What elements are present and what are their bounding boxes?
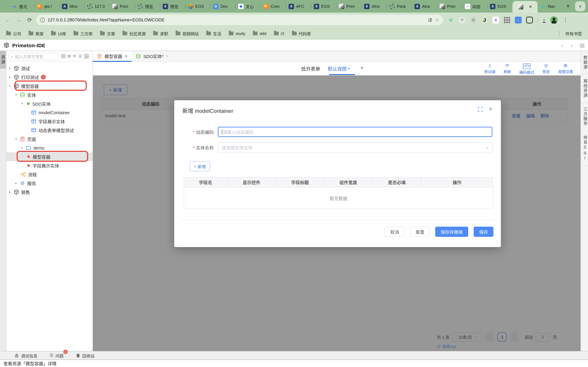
browser-tab-active[interactable]: ✕ [512, 1, 538, 13]
browser-tab[interactable]: DDev [210, 0, 235, 13]
tree-item-sdo-entity[interactable]: ▾ SDO实体 [7, 99, 93, 108]
bookmark-folder[interactable]: 文章 [100, 31, 115, 36]
tree-item-sales[interactable]: ▸ 销售 [7, 188, 93, 196]
tree-item-pages[interactable]: ▾ 页面 [7, 134, 93, 143]
tree-item-test[interactable]: ▸ 测试 [7, 64, 93, 73]
view-settings-button[interactable]: ⊞视图设置 [558, 63, 573, 75]
recycle-bin-button[interactable]: 回收站 [76, 352, 95, 358]
tree-item-model-container-page[interactable]: 模型容器 [7, 152, 93, 161]
tree-item-dynamic-form-model-test[interactable]: 动态表单模型测试 [7, 126, 93, 134]
extensions-puzzle-icon[interactable] [526, 17, 533, 23]
vue-devtools-extension-icon[interactable]: V [448, 17, 454, 23]
bookmark-folder[interactable]: r2 [274, 31, 284, 36]
browser-tab[interactable]: Prim [437, 0, 462, 13]
browser-tab[interactable]: X预览 [160, 0, 185, 13]
chevron-down-icon[interactable]: ▾ [21, 102, 26, 105]
bookmark-folder[interactable]: UI库 [51, 31, 66, 36]
entity-name-select[interactable]: 请选择实体名称∨ [218, 142, 492, 153]
bookmark-folder[interactable]: 三方库 [73, 31, 93, 36]
download-extension-icon[interactable]: ↓ [515, 17, 522, 23]
tree-item-print-test[interactable]: ▸ 打印测试 ! [7, 73, 93, 82]
bookmark-folder[interactable]: 求职 [153, 31, 168, 36]
tab-search-chevron[interactable]: ∨ [575, 1, 585, 11]
tree-item-demo-folder[interactable]: ▸ demo [7, 143, 93, 152]
browser-tab[interactable]: XAfce [59, 0, 84, 13]
add-field-button[interactable]: + 新增 [190, 161, 210, 171]
close-tab-icon[interactable]: ✕ [529, 4, 532, 9]
browser-tab[interactable]: ∴动态 [462, 0, 487, 13]
browser-tab[interactable]: Prim [110, 0, 135, 13]
bookmark-folder[interactable]: 代码库 [292, 31, 311, 36]
browser-tab[interactable]: x预览 [135, 0, 160, 13]
browser-tab[interactable]: xPack [387, 0, 412, 13]
tree-item-modelcontainer-entity[interactable]: modelContainer [7, 108, 93, 117]
forward-icon[interactable]: → [14, 17, 23, 23]
browser-tab[interactable]: XAFC [286, 0, 311, 13]
save-layout-icon[interactable]: ▤ [580, 42, 585, 48]
chevron-right-icon[interactable]: ▸ [9, 190, 14, 194]
search-input[interactable]: ⌕ 输入关键字搜索 [9, 52, 59, 60]
bookmark-folder[interactable]: 生活 [206, 31, 221, 36]
bookmark-folder[interactable]: ddd [253, 31, 267, 36]
history-back-icon[interactable]: ‹ [562, 42, 563, 48]
browser-tab[interactable]: XEOS [487, 0, 512, 13]
activity-tab-resources[interactable]: 资源 [0, 51, 6, 69]
chevron-right-icon[interactable]: ▸ [9, 67, 14, 70]
bookmark-folder[interactable]: 框架 [29, 31, 43, 36]
add-view-button[interactable]: + [360, 65, 363, 71]
close-editor-tab-icon[interactable]: ✕ [125, 54, 128, 58]
new-tab-button[interactable]: + [566, 3, 570, 10]
view-tab-default[interactable]: 默认视图▾ [328, 65, 350, 72]
code-mode-button[interactable]: </>编码模式 [519, 63, 534, 75]
chevron-down-icon[interactable]: ▾ [15, 93, 20, 97]
browser-tab[interactable]: ∞普元 [9, 0, 34, 13]
cancel-button[interactable]: 取消 [385, 227, 405, 237]
tree-item-field-display-page[interactable]: 字段展示实体 [7, 161, 93, 170]
address-bar[interactable]: i 127.0.0.1:28079/ide/index.html?appName… [36, 15, 443, 25]
react-devtools-extension-icon[interactable]: ✳ [459, 17, 466, 23]
browser-tab[interactable]: XAfce [361, 0, 387, 13]
debug-info-button[interactable]: 调试信息 [14, 352, 37, 358]
history-forward-icon[interactable]: › [571, 42, 572, 48]
refresh-button[interactable]: ⟳刷新 [504, 63, 511, 75]
chevron-right-icon[interactable]: ▸ [21, 146, 26, 150]
close-dialog-icon[interactable]: ✕ [488, 106, 493, 112]
translate-icon[interactable]: 译 [428, 17, 432, 23]
problems-button[interactable]: ☰ 问题 1 [50, 352, 64, 358]
chevron-down-icon[interactable]: ▾ [15, 137, 20, 141]
tree-item-model-container[interactable]: ▾ 模型容器 [7, 82, 93, 90]
browser-tab[interactable]: Prim [336, 0, 361, 13]
tree-item-services[interactable]: ▸ ⚙ 服务 [7, 179, 93, 188]
browser-tab[interactable]: pts / [34, 0, 59, 13]
new-resource-icon[interactable]: ⊞ [68, 54, 71, 58]
collapse-all-icon[interactable]: ☰ [79, 54, 82, 58]
editor-tab-sdo-entity[interactable]: SDO实体* ✕ [132, 51, 173, 61]
save-button[interactable]: 保存 [474, 227, 493, 237]
browser-tab[interactable]: Com [261, 0, 286, 13]
bookmark-star-icon[interactable]: ☆ [435, 17, 439, 22]
downloads-icon[interactable]: ↓ [543, 17, 545, 23]
bookmark-folder[interactable]: study [229, 31, 245, 36]
browser-tab[interactable]: ◈文心 [235, 0, 261, 13]
tree-item-entity[interactable]: ▾ 实体 [7, 90, 93, 99]
close-editor-tab-icon[interactable]: ✕ [166, 54, 169, 58]
chevron-right-icon[interactable]: ▸ [9, 75, 14, 79]
datasource-tab[interactable]: 数据源 [581, 51, 588, 75]
chevron-right-icon[interactable]: ▸ [15, 182, 20, 185]
bookmark-folder[interactable]: 视频网站 [176, 31, 199, 36]
named-sql-tab[interactable]: 命名Sql [581, 131, 588, 166]
preview-button[interactable]: ◎预览 [542, 63, 550, 75]
chrome-menu-icon[interactable]: ⋮ [563, 17, 568, 23]
browser-tab[interactable]: XAfce [412, 0, 437, 13]
all-bookmarks-button[interactable]: 所有书签 [556, 30, 582, 36]
mobile-preview-button[interactable]: ▯移动端 [484, 63, 495, 75]
bookmark-folder[interactable]: 公司 [6, 31, 21, 36]
ai-assistant-icon[interactable]: AI [61, 54, 65, 58]
third-party-services-tab[interactable]: 三方服务 [581, 103, 588, 131]
fullscreen-icon[interactable] [478, 107, 483, 113]
chevron-down-icon[interactable]: ▾ [9, 84, 14, 88]
refresh-tree-icon[interactable]: ⟳ [73, 54, 76, 58]
qr-extension-icon[interactable] [504, 17, 510, 23]
dynamic-code-input[interactable]: 请输入动态编码 [218, 127, 492, 137]
browser-tab[interactable]: ∞Nac [538, 0, 563, 13]
